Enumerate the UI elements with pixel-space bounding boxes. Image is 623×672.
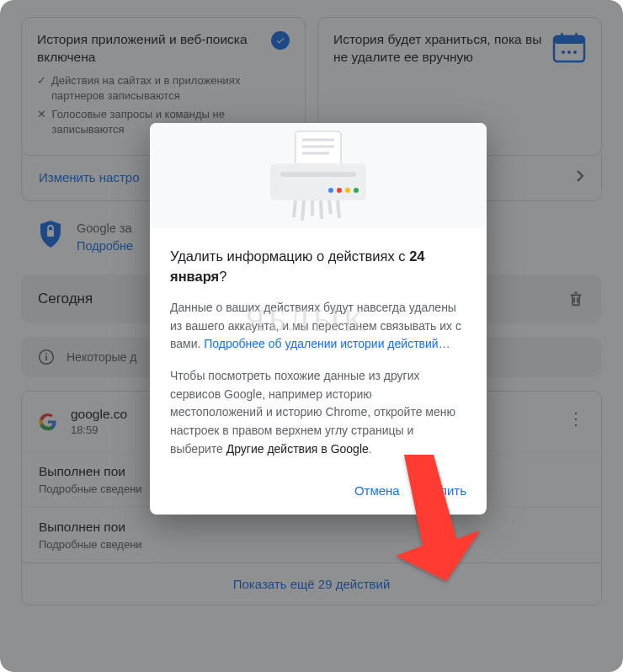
dialog-title: Удалить информацию о действиях с 24 янва…	[170, 247, 466, 287]
svg-line-21	[294, 200, 296, 217]
dialog-paragraph-1: Данные о ваших действиях будут навсегда …	[170, 299, 466, 354]
dialog-hero	[150, 123, 487, 228]
svg-point-17	[328, 188, 333, 193]
svg-rect-16	[280, 172, 356, 177]
delete-dialog: Удалить информацию о действиях с 24 янва…	[150, 123, 487, 515]
delete-button[interactable]: Удалить	[418, 483, 466, 498]
learn-more-link[interactable]: Подробнее об удалении истории действий…	[204, 337, 450, 350]
cancel-button[interactable]: Отмена	[354, 483, 400, 498]
svg-line-24	[321, 200, 322, 219]
svg-point-18	[337, 188, 342, 193]
svg-line-22	[302, 200, 304, 221]
svg-line-25	[329, 200, 331, 214]
svg-rect-11	[296, 131, 341, 165]
shredder-icon	[255, 130, 381, 222]
svg-line-26	[338, 200, 339, 218]
svg-point-19	[345, 188, 350, 193]
dialog-paragraph-2: Чтобы посмотреть похожие данные из други…	[170, 367, 466, 458]
svg-point-20	[354, 188, 359, 193]
svg-rect-15	[270, 163, 366, 200]
dialog-actions: Отмена Удалить	[150, 478, 487, 515]
